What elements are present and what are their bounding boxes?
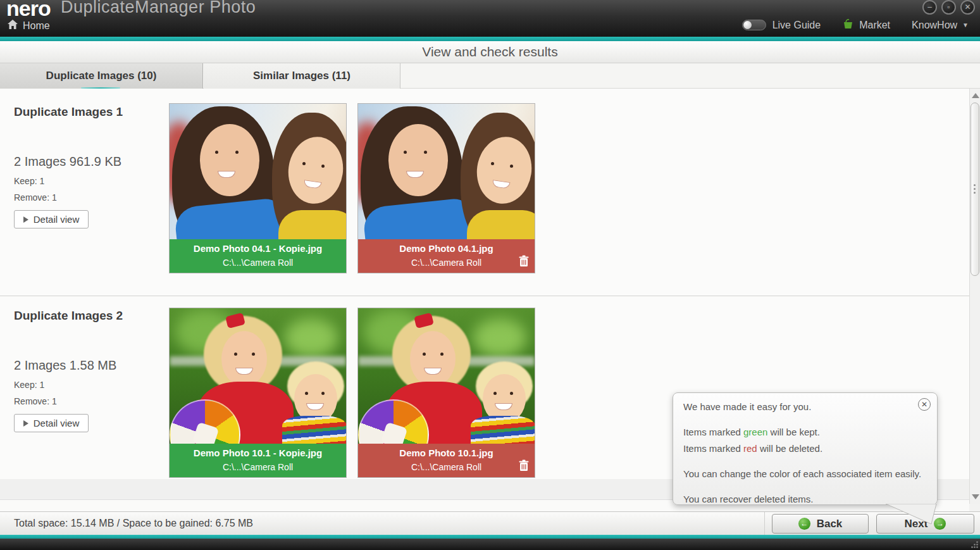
trash-icon[interactable] <box>519 459 529 472</box>
knowhow-menu[interactable]: KnowHow ▼ <box>912 20 969 31</box>
tooltip-line: Items marked green will be kept. <box>683 426 927 439</box>
photo-thumbnail <box>170 104 346 239</box>
home-icon <box>8 20 18 32</box>
window-controls: – ▫ ✕ <box>922 0 975 15</box>
title-bar: nero DuplicateManager Photo – ▫ ✕ Home L… <box>0 0 980 37</box>
detail-view-label: Detail view <box>34 214 80 225</box>
card-filename: Demo Photo 10.1.jpg <box>358 447 535 458</box>
tab-bar: Duplicate Images (10) Similar Images (11… <box>0 63 980 89</box>
knowhow-label: KnowHow <box>912 20 957 31</box>
resize-grip-icon[interactable] <box>970 540 979 549</box>
nero-logo: nero <box>6 0 51 21</box>
minimize-button[interactable]: – <box>922 0 937 15</box>
card-path: C:\...\Camera Roll <box>358 258 535 268</box>
group-keep-count: Keep: 1 <box>14 380 44 390</box>
scrollbar-grip-dots <box>974 184 976 197</box>
accent-line-top <box>0 37 980 41</box>
group-divider <box>0 296 969 296</box>
photo-card-delete[interactable]: Demo Photo 10.1.jpg C:\...\Camera Roll <box>357 308 535 478</box>
photo-card-keep[interactable]: Demo Photo 04.1 - Kopie.jpg C:\...\Camer… <box>169 103 347 273</box>
card-footer-delete: Demo Photo 04.1.jpg C:\...\Camera Roll <box>358 239 535 273</box>
photo-thumbnail <box>358 308 535 444</box>
close-button[interactable]: ✕ <box>960 0 975 15</box>
live-guide-toggle-group: Live Guide <box>742 20 821 31</box>
group-summary: 2 Images 961.9 KB <box>14 154 121 169</box>
card-path: C:\...\Camera Roll <box>170 258 346 268</box>
photo-thumbnail <box>170 308 346 444</box>
play-icon <box>23 420 28 427</box>
card-row: Demo Photo 10.1 - Kopie.jpg C:\...\Camer… <box>169 308 535 478</box>
app-title: DuplicateManager Photo <box>61 0 256 17</box>
trash-icon[interactable] <box>519 255 529 267</box>
page-title: View and check results <box>0 41 980 63</box>
market-label: Market <box>859 20 890 31</box>
tab-duplicate-images[interactable]: Duplicate Images (10) <box>0 63 203 89</box>
card-row: Demo Photo 04.1 - Kopie.jpg C:\...\Camer… <box>169 103 535 273</box>
tooltip-line: We have made it easy for you. <box>683 401 927 413</box>
group-remove-count: Remove: 1 <box>14 396 57 406</box>
tooltip-line: Items marked red will be deleted. <box>683 442 927 455</box>
red-word: red <box>743 443 757 454</box>
card-footer-keep: Demo Photo 10.1 - Kopie.jpg C:\...\Camer… <box>170 444 346 477</box>
photo-card-keep[interactable]: Demo Photo 10.1 - Kopie.jpg C:\...\Camer… <box>169 308 347 478</box>
market-button[interactable]: Market <box>842 18 890 32</box>
photo-card-delete[interactable]: Demo Photo 04.1.jpg C:\...\Camera Roll <box>357 103 535 273</box>
help-tooltip: ✕ We have made it easy for you. Items ma… <box>673 392 938 505</box>
tooltip-tail <box>848 504 943 530</box>
card-filename: Demo Photo 10.1 - Kopie.jpg <box>170 447 346 458</box>
vertical-scrollbar[interactable] <box>969 89 980 504</box>
market-basket-icon <box>842 18 854 32</box>
chevron-down-icon: ▼ <box>962 22 969 28</box>
detail-view-label: Detail view <box>34 418 80 428</box>
scrollbar-thumb[interactable] <box>971 103 979 276</box>
card-footer-keep: Demo Photo 04.1 - Kopie.jpg C:\...\Camer… <box>170 239 346 273</box>
scroll-up-icon[interactable] <box>972 93 979 98</box>
tab-similar-images[interactable]: Similar Images (11) <box>204 63 400 89</box>
scroll-down-icon[interactable] <box>972 494 979 499</box>
group-summary: 2 Images 1.58 MB <box>14 358 116 373</box>
photo-thumbnail <box>358 104 535 239</box>
green-word: green <box>743 427 767 437</box>
play-icon <box>23 216 28 223</box>
live-guide-toggle[interactable] <box>742 20 766 30</box>
group-remove-count: Remove: 1 <box>14 192 57 203</box>
detail-view-button[interactable]: Detail view <box>14 210 89 228</box>
group-keep-count: Keep: 1 <box>14 176 44 186</box>
home-label: Home <box>23 20 50 32</box>
card-filename: Demo Photo 04.1.jpg <box>358 243 535 254</box>
card-filename: Demo Photo 04.1 - Kopie.jpg <box>170 243 346 254</box>
detail-view-button[interactable]: Detail view <box>14 414 89 432</box>
group-title: Duplicate Images 2 <box>14 309 123 323</box>
status-bar: Total space: 15.14 MB / Space to be gain… <box>0 511 980 535</box>
home-button[interactable]: Home <box>8 20 50 32</box>
back-arrow-icon: ← <box>798 518 810 530</box>
live-guide-label: Live Guide <box>772 20 821 31</box>
toggle-knob <box>743 21 752 29</box>
window-bottom-strip <box>0 539 980 550</box>
statusbar-divider <box>764 512 765 535</box>
card-path: C:\...\Camera Roll <box>358 462 535 472</box>
titlebar-right-cluster: Live Guide Market KnowHow ▼ <box>742 18 969 32</box>
maximize-button[interactable]: ▫ <box>941 0 956 15</box>
tooltip-close-icon[interactable]: ✕ <box>918 398 931 411</box>
app-window: nero DuplicateManager Photo – ▫ ✕ Home L… <box>0 0 980 550</box>
group-title: Duplicate Images 1 <box>14 105 123 119</box>
tooltip-line: You can change the color of each associa… <box>683 468 927 480</box>
space-summary: Total space: 15.14 MB / Space to be gain… <box>14 518 253 529</box>
card-path: C:\...\Camera Roll <box>170 462 346 472</box>
back-label: Back <box>817 518 843 530</box>
card-footer-delete: Demo Photo 10.1.jpg C:\...\Camera Roll <box>358 444 535 477</box>
